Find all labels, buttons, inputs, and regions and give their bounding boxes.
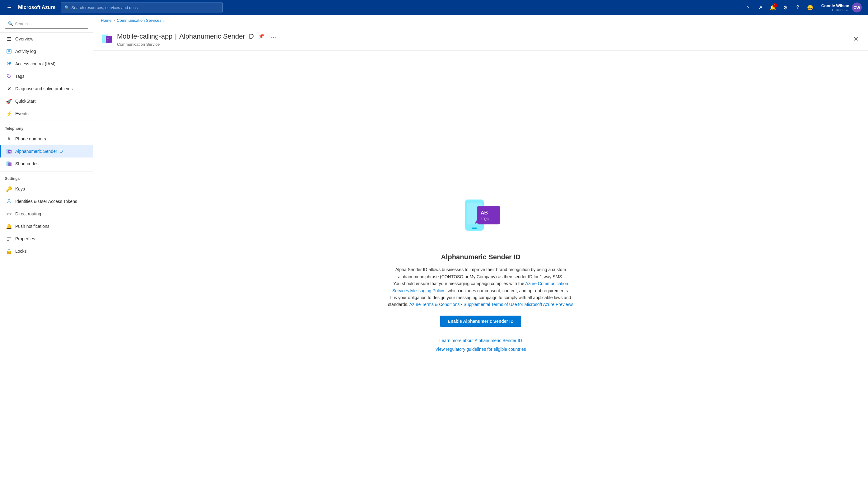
notifications-icon[interactable]: 🔔 1 — [767, 2, 778, 13]
search-icon: 🔍 — [64, 5, 69, 10]
sidebar-item-label: Diagnose and solve problems — [15, 86, 72, 91]
svg-point-4 — [9, 62, 11, 64]
sidebar-item-keys[interactable]: 🔑 Keys — [0, 183, 93, 195]
header-subtitle: Communication Service — [117, 42, 848, 47]
user-info: Connie Wilson CONTOSO — [821, 3, 849, 12]
svg-text:12: 12 — [481, 217, 484, 221]
more-options-icon[interactable]: … — [269, 31, 278, 41]
svg-text:3: 3 — [487, 217, 489, 221]
properties-icon — [6, 236, 12, 241]
terminal-icon[interactable]: > — [742, 2, 753, 13]
sidebar-item-label: Push notifications — [15, 224, 50, 229]
svg-rect-15 — [7, 237, 11, 238]
app-name: Mobile-calling-app — [117, 32, 173, 40]
desc-dash: - — [461, 302, 464, 307]
breadcrumb-sep-2: › — [163, 18, 164, 23]
access-control-icon — [6, 61, 12, 66]
feedback-icon[interactable]: 😀 — [804, 2, 816, 13]
desc-line3: You should ensure that your messaging ca… — [393, 281, 524, 286]
sidebar-item-activity-log[interactable]: Activity log — [0, 45, 93, 57]
sidebar-item-locks[interactable]: 🔒 Locks — [0, 245, 93, 258]
desc-line5: It is your obligation to design your mes… — [390, 295, 571, 300]
terms-link[interactable]: Azure Terms & Conditions — [410, 302, 460, 307]
sidebar-item-identities[interactable]: Identities & User Access Tokens — [0, 195, 93, 208]
hamburger-menu[interactable]: ☰ — [4, 2, 15, 13]
sidebar-search: 🔍 — [5, 19, 88, 29]
supplemental-link[interactable]: Supplemental Terms of Use for Microsoft … — [464, 302, 573, 307]
help-icon[interactable]: ? — [792, 2, 803, 13]
avatar-initials: CW — [853, 5, 860, 10]
settings-icon[interactable]: ⚙ — [780, 2, 791, 13]
events-icon: ⚡ — [6, 111, 12, 117]
main-content: AB C 12 3 Alphanumeric Sender ID Alpha S… — [93, 51, 868, 498]
cloud-shell-icon[interactable]: ↗ — [755, 2, 766, 13]
desc-line4: , which includes our consent, content, a… — [445, 288, 569, 293]
learn-more-link[interactable]: Learn more about Alphanumeric Sender ID — [387, 338, 574, 343]
short-codes-icon — [6, 161, 12, 167]
activity-log-icon — [6, 49, 12, 54]
close-button[interactable]: ✕ — [852, 33, 860, 44]
settings-section-label: Settings — [0, 171, 93, 183]
sidebar-item-tags[interactable]: Tags — [0, 70, 93, 82]
breadcrumb-home[interactable]: Home — [101, 18, 112, 23]
sidebar-item-label: Activity log — [15, 49, 36, 54]
title-separator: | — [175, 32, 177, 40]
quickstart-icon: 🚀 — [6, 99, 12, 104]
sidebar-item-label: QuickStart — [15, 99, 36, 104]
svg-point-11 — [8, 199, 10, 201]
svg-rect-16 — [7, 239, 11, 239]
sidebar-item-label: Alphanumeric Sender ID — [15, 149, 63, 154]
overview-icon: ☰ — [6, 36, 12, 42]
svg-rect-24 — [472, 227, 477, 229]
sidebar-item-quickstart[interactable]: 🚀 QuickStart — [0, 95, 93, 107]
user-org: CONTOSO — [821, 8, 849, 12]
sidebar-item-push-notifications[interactable]: 🔔 Push notifications — [0, 220, 93, 233]
sidebar-item-access-control[interactable]: Access control (IAM) — [0, 57, 93, 70]
notification-badge: 1 — [773, 3, 777, 8]
resource-icon: AB 12 — [101, 33, 113, 45]
svg-text:AB: AB — [481, 210, 488, 215]
desc-line2: alphanumeric phrase (CONTOSO or My Compa… — [398, 274, 563, 279]
identities-icon — [6, 199, 12, 204]
push-notifications-icon: 🔔 — [6, 223, 12, 230]
azure-logo: Microsoft Azure — [18, 5, 55, 10]
page-section-title: Alphanumeric Sender ID — [179, 32, 254, 40]
page-title: Mobile-calling-app | Alphanumeric Sender… — [117, 31, 848, 41]
pin-icon[interactable]: 📌 — [256, 31, 266, 41]
sidebar-item-direct-routing[interactable]: Direct routing — [0, 208, 93, 220]
sidebar-item-diagnose[interactable]: ✕ Diagnose and solve problems — [0, 82, 93, 95]
svg-point-3 — [8, 62, 9, 64]
content-area: Home › Communication Services › AB 12 Mo… — [93, 15, 868, 498]
sidebar-search-input[interactable] — [15, 22, 85, 26]
global-search-bar: 🔍 — [61, 2, 223, 12]
phone-numbers-icon: # — [6, 136, 12, 142]
user-profile-section[interactable]: Connie Wilson CONTOSO CW — [819, 1, 864, 14]
alphanumeric-sender-icon: AB — [6, 148, 12, 154]
sidebar-item-label: Properties — [15, 236, 35, 241]
sidebar-item-label: Overview — [15, 36, 33, 41]
user-name: Connie Wilson — [821, 3, 849, 8]
top-navigation: ☰ Microsoft Azure 🔍 > ↗ 🔔 1 ⚙ ? 😀 Connie… — [0, 0, 868, 15]
breadcrumb-service[interactable]: Communication Services — [117, 18, 161, 23]
svg-rect-17 — [7, 240, 9, 240]
sidebar-item-short-codes[interactable]: Short codes — [0, 157, 93, 170]
enable-alphanumeric-button[interactable]: Enable Alphanumeric Sender ID — [440, 316, 521, 327]
diagnose-icon: ✕ — [6, 86, 12, 92]
illustration: AB C 12 3 — [387, 193, 574, 243]
center-panel: AB C 12 3 Alphanumeric Sender ID Alpha S… — [387, 193, 574, 355]
sidebar-item-overview[interactable]: ☰ Overview — [0, 33, 93, 45]
sidebar-item-label: Identities & User Access Tokens — [15, 199, 77, 204]
sidebar-item-events[interactable]: ⚡ Events — [0, 107, 93, 120]
svg-text:AB: AB — [9, 151, 12, 153]
sidebar-item-properties[interactable]: Properties — [0, 233, 93, 245]
regulatory-link[interactable]: View regulatory guidelines for eligible … — [387, 347, 574, 352]
sidebar-item-label: Tags — [15, 74, 25, 79]
global-search-input[interactable] — [71, 5, 219, 10]
sidebar-item-alphanumeric-sender-id[interactable]: AB Alphanumeric Sender ID — [0, 145, 93, 157]
sidebar-item-label: Access control (IAM) — [15, 61, 55, 66]
sidebar-item-phone-numbers[interactable]: # Phone numbers — [0, 133, 93, 145]
desc-line6: standards. — [388, 302, 408, 307]
avatar: CW — [852, 2, 862, 12]
svg-text:12: 12 — [106, 40, 108, 42]
svg-point-5 — [8, 75, 9, 76]
